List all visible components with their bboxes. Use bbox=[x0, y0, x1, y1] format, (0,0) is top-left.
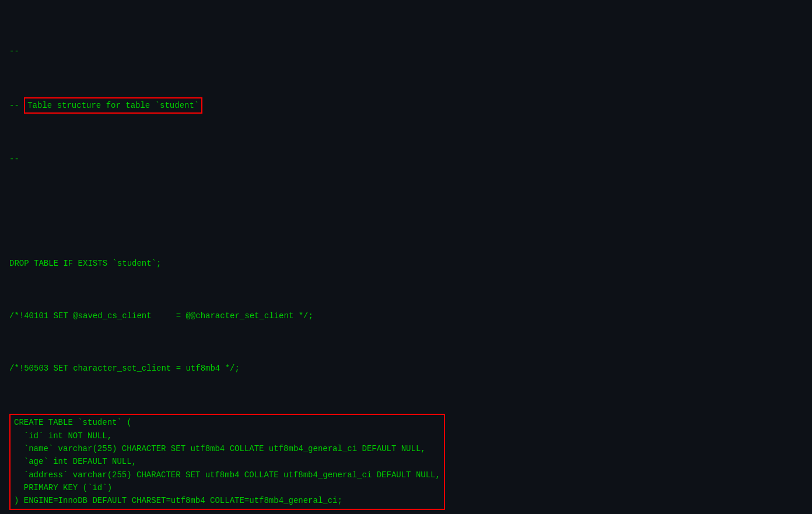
line-set-charset-utf8mb4: /*!50503 SET character_set_client = utf8… bbox=[9, 362, 803, 375]
create-table-student-block: CREATE TABLE `student` ( `id` int NOT NU… bbox=[9, 414, 445, 510]
line-3: -- bbox=[9, 153, 803, 166]
line-4-blank bbox=[9, 205, 803, 218]
line-drop-table-student: DROP TABLE IF EXISTS `student`; bbox=[9, 257, 803, 270]
sql-code-block: -- -- Table structure for table `student… bbox=[9, 6, 803, 514]
table-structure-student-highlight: Table structure for table `student` bbox=[24, 97, 202, 114]
line-1: -- bbox=[9, 45, 803, 58]
line-set-saved-cs: /*!40101 SET @saved_cs_client = @@charac… bbox=[9, 309, 803, 322]
create-table-block-line-1: CREATE TABLE `student` ( `id` int NOT NU… bbox=[9, 414, 803, 510]
line-2-table-structure-title: -- Table structure for table `student` bbox=[9, 97, 803, 114]
